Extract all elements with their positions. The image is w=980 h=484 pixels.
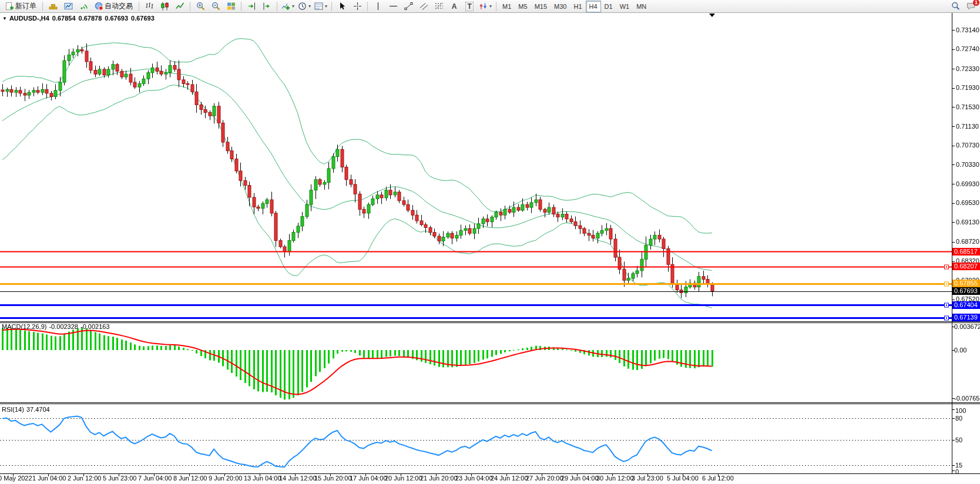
cursor-button[interactable] [334,0,350,13]
timeframe-button-h4[interactable]: H4 [586,1,601,12]
addind-icon [281,2,290,11]
template-icon [314,2,323,11]
chat-button[interactable]: 1 [963,0,978,13]
zoom-out-button[interactable] [208,0,223,13]
new-order-button-label: 新订单 [15,1,36,11]
signals-icon [79,2,88,11]
vertical-line-button[interactable] [370,0,385,13]
clock-icon [298,2,307,11]
crosshair-icon [353,2,362,11]
gold-icon [49,2,58,11]
tile-windows-button[interactable] [223,0,239,13]
candles-icon [160,2,169,11]
toolbar-separator [496,2,496,11]
fibo-icon [435,2,444,11]
text-button[interactable]: A [447,0,462,13]
dropdown-arrow-icon[interactable]: ▾ [325,4,327,9]
horizontal-line-button[interactable] [385,0,401,13]
cursor-icon [338,2,347,11]
timeframe-button-w1[interactable]: W1 [616,1,633,12]
channel-button[interactable] [416,0,431,13]
zoomout-icon [212,2,220,11]
chart-canvas[interactable] [0,0,980,484]
notification-badge: 1 [973,0,979,6]
crosshair-button[interactable] [350,0,365,13]
globe-icon [95,2,103,11]
toolbar-separator [331,2,332,11]
fibonacci-button[interactable] [431,0,447,13]
vline-icon [374,2,382,11]
new-order-button[interactable]: 新订单 [2,0,40,13]
chart-shift-button[interactable] [259,0,274,13]
indicators-button[interactable]: ▾ [280,0,296,13]
bars-icon [145,2,154,11]
toolbar-separator [139,2,139,11]
periods-button[interactable]: ▾ [296,0,313,13]
text-label-button-glyph: T [465,2,473,11]
bar-chart-button[interactable] [142,0,157,13]
market-button[interactable] [45,0,61,13]
timeframe-button-m30[interactable]: M30 [551,1,570,12]
auto-scroll-button[interactable] [244,0,259,13]
autoscroll-icon [247,2,256,11]
arrows-button[interactable]: ▾ [477,0,494,13]
auto-trading-button[interactable]: 自动交易 [91,0,136,13]
hline-icon [389,2,398,11]
signals-button[interactable] [76,0,91,13]
candlestick-chart-button[interactable] [157,0,172,13]
timeframe-button-d1[interactable]: D1 [601,1,616,12]
toolbar-separator [42,2,43,11]
templates-button[interactable]: ▾ [313,0,329,13]
linechart-icon [176,2,184,11]
text-label-button[interactable]: T [462,0,477,13]
new-order-icon [5,2,14,11]
text-button-glyph: A [452,2,457,11]
toolbar-separator [190,2,190,11]
auto-trading-button-label: 自动交易 [105,1,133,11]
toolbar-separator [241,2,241,11]
timeframe-button-h1[interactable]: H1 [570,1,585,12]
dropdown-arrow-icon[interactable]: ▾ [489,4,492,9]
tiles-icon [227,2,236,11]
dropdown-arrow-icon[interactable]: ▾ [308,4,311,9]
toolbar-separator [367,2,368,11]
line-chart-button[interactable] [172,0,187,13]
timeframe-button-mn[interactable]: MN [633,1,650,12]
channel-icon [419,2,428,11]
arrows-icon [479,2,488,11]
charts-icon [64,2,73,11]
timeframe-button-m15[interactable]: M15 [531,1,551,12]
timeframe-button-m1[interactable]: M1 [499,1,515,12]
search-icon [951,2,960,11]
zoomin-icon [196,2,205,11]
zoom-in-button[interactable] [193,0,208,13]
search-button[interactable] [948,0,963,13]
dropdown-arrow-icon[interactable]: ▾ [292,4,294,9]
toolbar: 新订单自动交易▾▾▾AT▾M1M5M15M30H1H4D1W1MN1 [0,0,980,13]
timeframe-button-m5[interactable]: M5 [515,1,531,12]
trendline-button[interactable] [401,0,416,13]
charts-window-button[interactable] [61,0,76,13]
chartshift-icon [263,2,271,11]
tline-icon [404,2,413,11]
toolbar-separator [277,2,277,11]
